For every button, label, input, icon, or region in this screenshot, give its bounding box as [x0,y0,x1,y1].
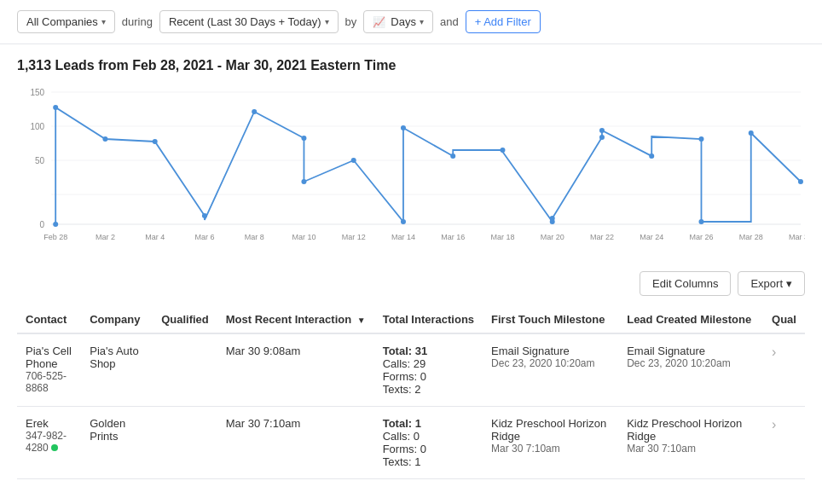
forms-label: Forms: 0 [383,370,474,383]
first-touch-name: Email Signature [491,345,610,357]
col-company: Company [81,306,153,333]
svg-point-25 [53,222,58,227]
first-touch-date: Dec 23, 2020 10:20am [491,357,610,369]
toolbar-row: Edit Columns Export ▾ [17,271,805,296]
days-filter[interactable]: 📈 Days ▾ [363,10,433,33]
svg-text:Mar 26: Mar 26 [689,233,713,241]
col-lead-created: Lead Created Milestone [618,306,763,333]
chevron-down-icon-2: ▾ [325,17,329,26]
svg-point-28 [153,139,158,144]
svg-point-35 [401,125,406,130]
table-header-row: Contact Company Qualified Most Recent In… [17,306,805,333]
col-qual: Qual [763,306,805,333]
export-label: Export [750,277,783,290]
svg-point-45 [749,130,754,136]
svg-text:Mar 20: Mar 20 [541,233,564,241]
row-expand-icon[interactable]: › [772,417,776,432]
table-row: Pia's Cell Phone 706-525-8868 Pia's Auto… [17,333,805,407]
chevron-down-icon-3: ▾ [420,17,424,26]
svg-text:Feb 28: Feb 28 [43,233,67,241]
lead-created-name: Kidz Preschool Horizon Ridge [627,417,755,443]
chart-title: 1,313 Leads from Feb 28, 2021 - Mar 30, … [17,58,805,73]
col-total-interactions: Total Interactions [374,306,483,333]
lead-created-cell: Kidz Preschool Horizon Ridge Mar 30 7:10… [618,407,763,479]
svg-point-32 [301,179,306,184]
by-label: by [345,15,357,28]
row-arrow-cell[interactable]: › [763,333,805,407]
period-filter[interactable]: Recent (Last 30 Days + Today) ▾ [159,10,339,33]
most-recent-cell: Mar 30 7:10am [217,407,374,479]
main-content: 1,313 Leads from Feb 28, 2021 - Mar 30, … [0,44,822,493]
export-button[interactable]: Export ▾ [738,271,805,296]
contact-phone: 347-982-4280 [26,430,72,454]
svg-text:Mar 8: Mar 8 [245,233,264,241]
edit-columns-label: Edit Columns [652,277,718,290]
svg-point-34 [401,219,406,224]
col-first-touch: First Touch Milestone [483,306,618,333]
svg-point-36 [450,154,455,159]
total-interactions-cell: Total: 31 Calls: 29 Forms: 0 Texts: 2 [374,333,483,407]
svg-text:Mar 18: Mar 18 [490,233,514,241]
companies-label: All Companies [26,15,98,28]
during-label: during [122,15,153,28]
contact-name: Pia's Cell Phone [26,345,72,370]
companies-filter[interactable]: All Companies ▾ [17,10,115,33]
qualified-cell [153,407,217,479]
company-cell: Golden Prints [81,407,153,479]
lead-created-cell: Email Signature Dec 23, 2020 10:20am [618,333,763,407]
most-recent-cell: Mar 30 9:08am [217,333,374,407]
forms-label: Forms: 0 [383,443,474,455]
total-label: Total: 1 [383,417,474,430]
lead-created-date: Dec 23, 2020 10:20am [627,357,755,369]
filter-bar: All Companies ▾ during Recent (Last 30 D… [0,0,822,44]
svg-text:Mar 14: Mar 14 [391,233,415,241]
contact-cell: Pia's Cell Phone 706-525-8868 [17,333,81,407]
svg-point-39 [550,216,555,221]
row-expand-icon[interactable]: › [772,345,776,359]
svg-text:Mar 4: Mar 4 [145,233,165,241]
chevron-down-icon-4: ▾ [786,277,792,290]
total-interactions-cell: Total: 1 Calls: 0 Forms: 0 Texts: 1 [374,407,483,479]
first-touch-date: Mar 30 7:10am [491,443,610,455]
trend-icon: 📈 [373,16,385,28]
svg-point-44 [698,219,703,224]
svg-text:Mar 24: Mar 24 [640,233,663,241]
svg-text:100: 100 [30,122,44,131]
add-filter-button[interactable]: + Add Filter [466,10,541,33]
edit-columns-button[interactable]: Edit Columns [640,271,731,296]
svg-point-43 [698,136,703,142]
col-most-recent[interactable]: Most Recent Interaction ▼ [217,306,374,333]
calls-label: Calls: 0 [383,430,474,443]
chevron-down-icon: ▾ [101,17,106,26]
svg-text:Mar 28: Mar 28 [739,233,763,241]
svg-text:150: 150 [30,88,44,97]
svg-text:Mar 22: Mar 22 [590,233,614,241]
days-label: Days [391,15,416,28]
svg-point-26 [53,105,58,110]
svg-point-46 [798,179,803,184]
first-touch-name: Kidz Preschool Horizon Ridge [491,417,610,443]
line-chart: 150 100 50 0 Feb 28 Mar 2 Mar 4 Mar 6 Ma… [17,84,805,254]
contact-cell: Erek 347-982-4280 [17,407,81,479]
qualified-cell [153,333,217,407]
svg-text:Mar 12: Mar 12 [342,233,366,241]
svg-point-33 [351,158,356,163]
svg-point-42 [649,154,654,159]
company-cell: Pia's Auto Shop [81,333,153,407]
lead-created-name: Email Signature [627,345,755,357]
sort-icon: ▼ [357,316,366,325]
svg-point-27 [102,136,107,142]
col-qualified: Qualified [153,306,217,333]
svg-text:Mar 10: Mar 10 [292,233,315,241]
svg-point-40 [599,135,605,140]
online-indicator [51,444,58,451]
calls-label: Calls: 29 [383,357,474,370]
texts-label: Texts: 2 [383,383,474,396]
svg-text:Mar 30: Mar 30 [789,233,805,241]
row-arrow-cell[interactable]: › [763,407,805,479]
contact-phone: 706-525-8868 [26,370,72,394]
svg-point-30 [252,109,257,114]
first-touch-cell: Email Signature Dec 23, 2020 10:20am [483,333,618,407]
svg-text:0: 0 [40,220,45,229]
leads-table: Contact Company Qualified Most Recent In… [17,306,805,479]
